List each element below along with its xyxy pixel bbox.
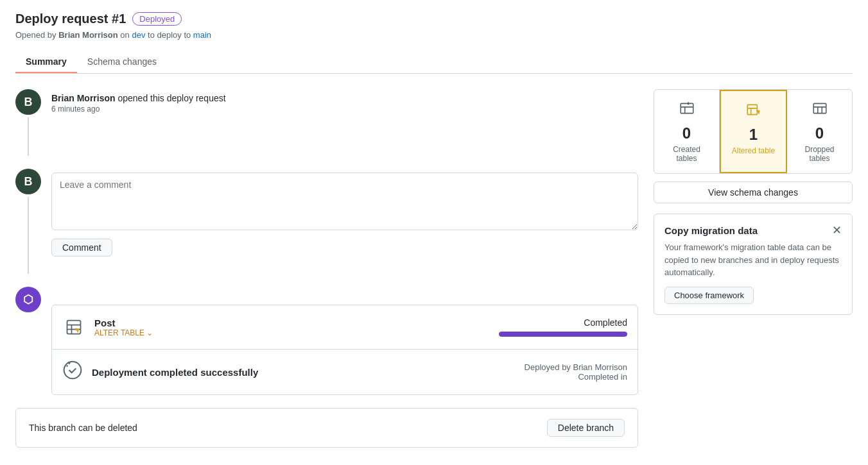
migration-panel-title: Copy migration data: [664, 225, 758, 236]
altered-table-label: Altered table: [729, 146, 778, 155]
migration-panel-description: Your framework's migration table data ca…: [664, 241, 842, 279]
deploy-card: Post ALTER TABLE ⌄ Completed: [51, 305, 638, 395]
created-tables-count: 0: [662, 124, 711, 142]
deployment-meta: Deployed by Brian Morrison Completed in: [525, 362, 627, 382]
deploy-request-number: #1: [112, 12, 126, 26]
event-time: 6 minutes ago: [51, 105, 638, 114]
tabs: Summary Schema changes: [15, 51, 853, 74]
created-tables-icon: [662, 100, 711, 121]
progress-bar: [499, 332, 627, 337]
svg-rect-9: [747, 105, 757, 114]
migration-panel-close-button[interactable]: ✕: [832, 224, 842, 236]
success-icon: [62, 360, 83, 384]
stat-altered-table[interactable]: 1 Altered table: [720, 90, 787, 173]
migration-panel: Copy migration data ✕ Your framework's m…: [654, 214, 853, 315]
branch-to-link[interactable]: main: [193, 30, 211, 40]
altered-table-count: 1: [729, 126, 778, 144]
timeline-item-deploy: ⬡: [15, 287, 638, 395]
delete-branch-button[interactable]: Delete branch: [547, 419, 625, 437]
svg-rect-0: [67, 321, 81, 334]
alter-table-label[interactable]: ALTER TABLE ⌄: [94, 328, 490, 337]
comment-input[interactable]: [51, 173, 638, 230]
stats-row: 0 Created tables 1: [654, 89, 853, 174]
dropped-tables-icon: [795, 100, 844, 121]
deploy-item-post: Post ALTER TABLE ⌄ Completed: [52, 305, 638, 350]
deploy-request-title: Deploy request: [15, 12, 108, 26]
branch-from-link[interactable]: dev: [132, 30, 145, 40]
altered-table-icon: [729, 101, 778, 122]
dropped-tables-count: 0: [795, 124, 844, 142]
status-badge: Deployed: [132, 12, 182, 26]
timeline-item-opened: B Brian Morrison opened this deploy requ…: [15, 89, 638, 156]
svg-rect-4: [681, 103, 693, 113]
page-title: Deploy request #1: [15, 12, 126, 26]
tab-schema-changes[interactable]: Schema changes: [77, 51, 167, 73]
subtitle: Opened by Brian Morrison on dev to deplo…: [15, 30, 853, 40]
view-schema-button[interactable]: View schema changes: [654, 182, 853, 203]
stat-dropped-tables[interactable]: 0 Dropped tables: [787, 90, 852, 173]
dropped-tables-label: Dropped tables: [795, 145, 844, 163]
deployment-success-text: Deployment completed successfully: [92, 367, 258, 378]
deployment-success-row: Deployment completed successfully Deploy…: [52, 350, 638, 394]
event-title: Brian Morrison opened this deploy reques…: [51, 93, 638, 103]
table-name: Post: [94, 317, 490, 328]
stat-created-tables[interactable]: 0 Created tables: [654, 90, 720, 173]
delete-branch-text: This branch can be deleted: [29, 423, 137, 433]
progress-bar-fill: [499, 332, 627, 337]
timeline-item-comment: B Comment: [15, 169, 638, 274]
avatar-deploy: ⬡: [15, 287, 41, 312]
svg-rect-13: [813, 103, 826, 113]
avatar-brian: B: [15, 89, 41, 115]
deploy-status-text: Completed: [499, 317, 627, 328]
timeline: B Brian Morrison opened this deploy requ…: [15, 89, 638, 395]
delete-branch-card: This branch can be deleted Delete branch: [15, 408, 638, 448]
table-edit-icon: [62, 316, 85, 339]
tab-summary[interactable]: Summary: [15, 51, 77, 73]
choose-framework-button[interactable]: Choose framework: [664, 287, 754, 304]
created-tables-label: Created tables: [662, 145, 711, 163]
avatar-commenter: B: [15, 169, 41, 194]
comment-button[interactable]: Comment: [51, 239, 112, 257]
